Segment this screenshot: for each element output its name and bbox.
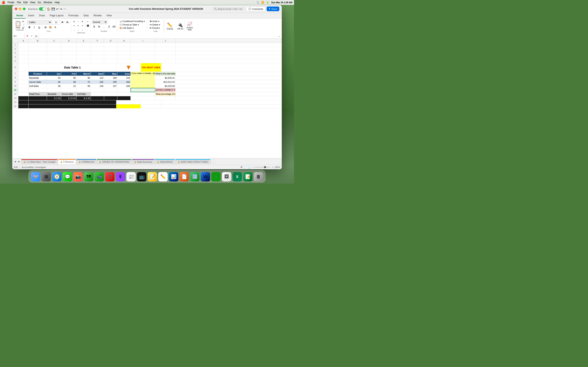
cell-a5[interactable] [18,59,29,63]
sheet-tab-sort[interactable]: 🔒 SORT AND STRUCTURED [175,159,210,164]
cell-g7-may[interactable]: May [104,72,117,76]
sheet-prev-button[interactable]: ◀ [13,160,17,164]
sheet-play-button[interactable]: ▶ [17,160,21,164]
cancel-formula-button[interactable]: ✕ [25,34,29,38]
cell-e10[interactable]: 99 [77,84,91,88]
dock-preview[interactable]: 🖼 [222,172,231,182]
cell-a13[interactable] [18,96,29,100]
dock-excel[interactable]: X [233,172,242,182]
comments-button[interactable]: 💬 Comments [246,7,265,11]
dock-photos[interactable]: 📷 [73,172,83,182]
col-header-h[interactable]: H [117,39,131,43]
cell-d3[interactable] [61,51,77,55]
cell-b6-title[interactable]: Data Table 1 [29,63,116,72]
align-bottom-button[interactable]: ⬇ [80,20,84,23]
font-color-button[interactable]: A [53,25,58,30]
delete-cells-button[interactable]: ➖ Delete ▾ [149,24,162,26]
cell-g9[interactable]: 199 [104,80,117,84]
cell-g4[interactable] [104,55,117,59]
cell-b15-black[interactable] [29,104,116,108]
cell-i5[interactable] [131,59,155,63]
copy-button[interactable]: 📄 [22,24,25,26]
add-ins-label[interactable]: Add-ins [177,28,183,30]
dock-word[interactable]: W [201,172,210,182]
cell-f3[interactable] [91,51,104,55]
cell-e1[interactable] [77,43,91,47]
analyze-data-label[interactable]: Analyze Data [186,27,193,31]
cell-j15[interactable] [141,104,161,108]
cell-c7-jan[interactable]: Jan [47,72,61,76]
format-painter-button[interactable]: 🖌 [22,26,25,29]
cell-d8[interactable]: 66 [61,76,77,80]
cell-h13[interactable] [117,96,131,100]
cell-b13[interactable] [29,96,47,100]
cell-i8-yellow[interactable] [131,76,155,80]
fill-color-button[interactable]: 🎨 [48,25,53,30]
cell-j4[interactable] [155,55,176,59]
cell-f12[interactable] [91,92,104,96]
cell-j8-dollar[interactable]: $ 2,629.41 [155,76,176,80]
grid-view-icon[interactable]: ⊞ [241,166,242,168]
cell-i6-arrow[interactable]: ▼ [116,63,141,72]
col-header-a[interactable]: A [18,39,29,43]
more-icon[interactable]: ⋯ [63,7,66,11]
cell-a15[interactable] [18,104,29,108]
menubar-help[interactable]: Help [55,1,60,4]
cell-a6[interactable] [18,63,29,72]
menubar-file[interactable]: File [17,1,21,4]
search-bar[interactable]: 🔍 Search (Cmd + Ctrl + U) [212,7,245,11]
cell-a14[interactable] [18,100,29,104]
cell-g8[interactable]: 188 [104,76,117,80]
format-cells-button[interactable]: ⚙ Format ▾ [149,27,162,29]
sheet-tab-formulas[interactable]: 🔒 FORMULAS [76,159,96,164]
cell-i7-instruction[interactable]: If you make a mistake, right click the c… [131,72,155,76]
dock-pages[interactable]: 📄 [180,172,189,182]
font-selector[interactable]: Calibri [27,20,52,25]
cell-styles-button[interactable]: 🎨 Cell Styles ▾ [119,27,146,29]
dock-news[interactable]: 📰 [126,172,136,182]
cell-a1[interactable] [18,43,29,47]
sheet-tab-functions[interactable]: 🔒 FUNctions [58,159,76,164]
cell-c10[interactable]: 38 [47,84,61,88]
tab-page-layout[interactable]: Page Layout [47,13,66,18]
cell-a12[interactable] [18,92,29,96]
dock-spotify[interactable]: ♪ [211,172,221,182]
bold-button[interactable]: B [27,25,32,30]
cell-b5[interactable] [29,59,47,63]
minimize-button[interactable] [19,8,21,10]
italic-button[interactable]: I [32,25,36,30]
sheet-tab-cockpit[interactable]: 🔒 >>>Start Here - Your Cockpit [21,159,58,164]
col-header-j[interactable]: J [155,39,176,43]
cell-a7[interactable] [18,72,29,76]
menubar-go[interactable]: Go [38,1,41,4]
tab-insert[interactable]: Insert [26,13,36,18]
font-size-input[interactable] [52,20,60,25]
comma-button[interactable]: , [102,25,106,29]
sheet-tab-order[interactable]: 🔒 ORDER OF OPERATIONS [97,159,131,164]
dock-messages[interactable]: 💬 [63,172,72,182]
confirm-formula-button[interactable]: ✓ [30,34,34,38]
dock-freeform[interactable]: ✏️ [158,172,168,182]
dock-word2[interactable]: 📝 [243,172,252,182]
cell-e9[interactable]: 72 [77,80,91,84]
number-format-selector[interactable]: General Number Currency [92,20,107,24]
cell-h5[interactable] [117,59,131,63]
cell-d13-price2[interactable]: $ 19.99 [61,96,77,100]
cell-b14-black[interactable] [29,100,116,104]
align-top-button[interactable]: ⬆ [72,20,76,23]
undo-icon[interactable]: ↩ [56,7,59,11]
col-header-i[interactable]: I [131,39,155,43]
indent-increase-button[interactable]: → [76,29,80,32]
cell-f8[interactable]: 122 [91,76,104,80]
cell-e12-soft-retail[interactable]: Soft Balls [77,92,91,96]
cell-e8[interactable]: 96 [77,76,91,80]
cell-b9-soccer[interactable]: soccer balls [29,80,47,84]
cell-c12-baseball-retail[interactable]: Baseballs [47,92,61,96]
cell-f10[interactable]: 146 [91,84,104,88]
dock-notes[interactable]: 📝 [148,172,157,182]
increase-font-button[interactable]: A↑ [61,20,65,25]
formula-input[interactable] [39,33,277,39]
format-as-table-button[interactable]: 📋 Format as Table ▾ [119,24,146,26]
tab-view[interactable]: View [104,13,114,18]
cell-j2[interactable] [155,47,176,51]
